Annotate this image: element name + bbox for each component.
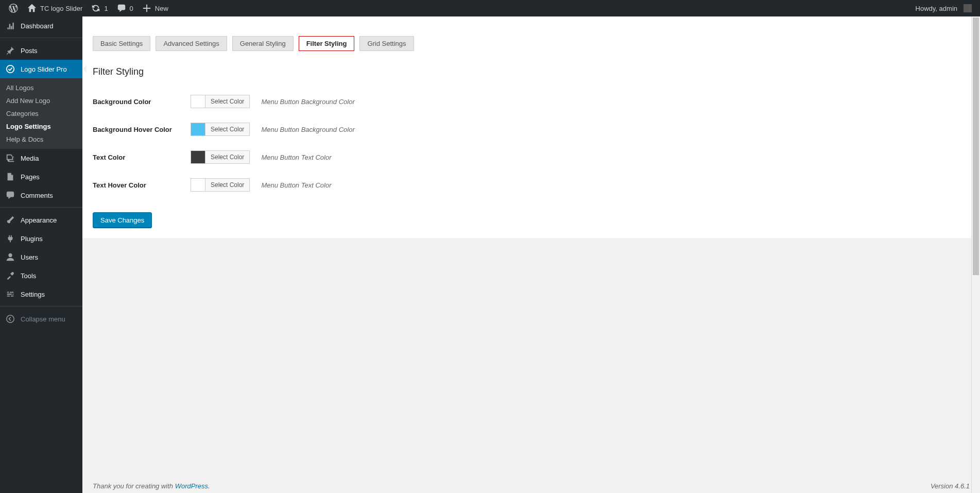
new-label: New: [155, 5, 168, 12]
wordpress-link[interactable]: WordPress: [175, 482, 208, 490]
svg-point-0: [7, 65, 14, 73]
wrench-icon: [5, 270, 15, 281]
tab-general-styling[interactable]: General Styling: [232, 36, 294, 51]
account-link[interactable]: Howdy, admin: [912, 0, 976, 16]
sidebar-item-settings[interactable]: Settings: [0, 285, 82, 303]
svg-point-1: [8, 253, 12, 257]
admin-bar: TC logo Slider 1 0 New Howdy, admin: [0, 0, 980, 16]
sidebar-item-pages[interactable]: Pages: [0, 167, 82, 186]
sidebar-item-appearance[interactable]: Appearance: [0, 211, 82, 229]
sidebar-label: Logo Slider Pro: [21, 65, 67, 73]
admin-bar-left: TC logo Slider 1 0 New: [4, 0, 173, 16]
wordpress-icon: [8, 3, 19, 13]
home-icon: [27, 3, 37, 13]
settings-panel: Basic Settings Advanced Settings General…: [82, 16, 980, 238]
row-text-color: Text Color Select Color Menu Button Text…: [82, 143, 980, 171]
sidebar-label: Tools: [21, 272, 36, 280]
select-color-button-bg[interactable]: Select Color: [205, 95, 249, 108]
tab-basic-settings[interactable]: Basic Settings: [93, 36, 150, 51]
sidebar-label: Media: [21, 155, 39, 162]
sidebar-label: Dashboard: [21, 22, 54, 30]
collapse-menu[interactable]: Collapse menu: [0, 310, 82, 328]
admin-footer: Thank you for creating with WordPress. V…: [82, 473, 980, 493]
site-name-link[interactable]: TC logo Slider: [23, 0, 87, 16]
sidebar-item-tools[interactable]: Tools: [0, 266, 82, 285]
submenu-item-add-new[interactable]: Add New Logo: [0, 94, 82, 107]
color-control-text: Select Color: [191, 150, 250, 164]
pages-icon: [5, 172, 15, 182]
updates-link[interactable]: 1: [87, 0, 112, 16]
select-color-button-text[interactable]: Select Color: [205, 151, 249, 163]
scrollbar-thumb[interactable]: [973, 18, 979, 275]
comment-icon: [116, 3, 127, 13]
sidebar-label: Settings: [21, 291, 45, 298]
site-name-label: TC logo Slider: [40, 5, 82, 12]
color-swatch-bg[interactable]: [191, 95, 205, 108]
label-text-hover: Text Hover Color: [93, 181, 191, 189]
submenu-item-categories[interactable]: Categories: [0, 107, 82, 120]
collapse-icon: [5, 314, 15, 324]
sidebar-item-media[interactable]: Media: [0, 149, 82, 167]
submenu-item-all-logos[interactable]: All Logos: [0, 81, 82, 94]
sidebar-item-dashboard[interactable]: Dashboard: [0, 16, 82, 35]
submenu-item-logo-settings[interactable]: Logo Settings: [0, 120, 82, 133]
comments-count: 0: [130, 5, 133, 12]
color-control-text-hover: Select Color: [191, 178, 250, 192]
sidebar-submenu: All Logos Add New Logo Categories Logo S…: [0, 78, 82, 149]
color-control-bg: Select Color: [191, 95, 250, 108]
save-changes-button[interactable]: Save Changes: [93, 212, 152, 228]
sidebar-item-comments[interactable]: Comments: [0, 186, 82, 205]
updates-count: 1: [104, 5, 108, 12]
submenu-item-help[interactable]: Help & Docs: [0, 133, 82, 146]
sidebar-label: Pages: [21, 173, 40, 181]
sidebar-label: Posts: [21, 47, 38, 55]
label-bg-color: Background Color: [93, 98, 191, 106]
settings-tabs: Basic Settings Advanced Settings General…: [82, 27, 980, 51]
sidebar-label: Comments: [21, 192, 53, 199]
users-icon: [5, 252, 15, 262]
sliders-icon: [5, 289, 15, 299]
tab-advanced-settings[interactable]: Advanced Settings: [156, 36, 227, 51]
comment-icon: [5, 190, 15, 200]
comments-link[interactable]: 0: [112, 0, 137, 16]
select-color-button-bg-hover[interactable]: Select Color: [205, 123, 249, 135]
scrollbar-vertical[interactable]: [971, 16, 980, 493]
new-content-link[interactable]: New: [137, 0, 173, 16]
tab-grid-settings[interactable]: Grid Settings: [359, 36, 414, 51]
color-control-bg-hover: Select Color: [191, 123, 250, 136]
plus-icon: [142, 3, 152, 13]
separator: [0, 205, 82, 208]
color-swatch-text[interactable]: [191, 151, 205, 163]
plug-icon: [5, 233, 15, 244]
footer-credits: Thank you for creating with WordPress.: [93, 482, 210, 490]
sidebar-item-posts[interactable]: Posts: [0, 41, 82, 60]
admin-bar-right: Howdy, admin: [912, 0, 976, 16]
admin-sidebar: Dashboard Posts Logo Slider Pro All Logo…: [0, 16, 82, 493]
sidebar-label: Appearance: [21, 216, 57, 224]
tab-filter-styling[interactable]: Filter Styling: [299, 36, 355, 51]
pin-icon: [5, 45, 15, 56]
media-icon: [5, 153, 15, 163]
color-swatch-bg-hover[interactable]: [191, 123, 205, 135]
sidebar-label: Plugins: [21, 235, 43, 243]
sidebar-item-users[interactable]: Users: [0, 248, 82, 266]
separator: [0, 303, 82, 307]
row-text-hover-color: Text Hover Color Select Color Menu Butto…: [82, 171, 980, 199]
desc-bg-color: Menu Button Background Color: [261, 98, 354, 106]
wp-logo[interactable]: [4, 0, 23, 16]
content-area: Basic Settings Advanced Settings General…: [82, 16, 980, 493]
svg-point-2: [7, 315, 14, 322]
label-bg-hover: Background Hover Color: [93, 126, 191, 133]
sidebar-item-logo-slider[interactable]: Logo Slider Pro: [0, 60, 82, 78]
color-swatch-text-hover[interactable]: [191, 179, 205, 191]
footer-version: Version 4.6.1: [931, 482, 970, 490]
brush-icon: [5, 215, 15, 225]
label-text-color: Text Color: [93, 154, 191, 161]
select-color-button-text-hover[interactable]: Select Color: [205, 179, 249, 191]
sidebar-item-plugins[interactable]: Plugins: [0, 229, 82, 248]
desc-text-color: Menu Button Text Color: [261, 154, 331, 161]
desc-bg-hover: Menu Button Background Color: [261, 126, 354, 133]
dashboard-icon: [5, 21, 15, 31]
section-title: Filter Styling: [93, 66, 980, 77]
greeting-label: Howdy, admin: [916, 5, 957, 12]
